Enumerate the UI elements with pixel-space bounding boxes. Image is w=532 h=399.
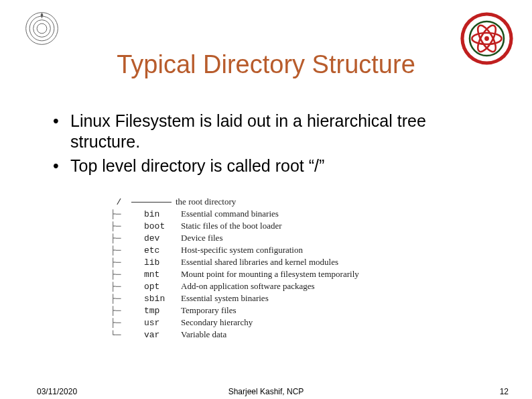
institution-logo bbox=[23, 10, 60, 47]
dir-desc: Secondary hierarchy bbox=[181, 317, 253, 328]
tree-row: ├─ usr Secondary hierarchy bbox=[111, 317, 359, 329]
bullet-item: Linux Filesystem is laid out in a hierar… bbox=[50, 111, 498, 153]
tree-root-connector bbox=[131, 202, 172, 203]
dir-desc: Host-specific system configuration bbox=[181, 245, 303, 255]
tree-row: └─ var Variable data bbox=[111, 329, 359, 341]
dir-desc: Essential system binaries bbox=[181, 293, 269, 304]
slide-title: Typical Directory Structure bbox=[0, 50, 532, 79]
footer-page-number: 12 bbox=[500, 387, 509, 396]
svg-point-10 bbox=[484, 36, 489, 41]
dir-name: bin bbox=[144, 209, 181, 219]
tree-row: ├─ boot Static files of the boot loader bbox=[111, 220, 359, 232]
tree-row: ├─ sbin Essential system binaries bbox=[111, 292, 359, 304]
dir-desc: Essential command binaries bbox=[181, 209, 279, 219]
tree-row: ├─ etc Host-specific system configuratio… bbox=[111, 244, 359, 256]
tree-row: ├─ tmp Temporary files bbox=[111, 304, 359, 317]
footer-author: Sharjeel Kashif, NCP bbox=[0, 387, 532, 396]
bullet-item: Top level directory is called root “/” bbox=[50, 156, 498, 176]
dir-name: dev bbox=[144, 233, 181, 243]
dir-desc: Mount point for mounting a filesystem te… bbox=[181, 269, 359, 280]
dir-desc: Add-on application software packages bbox=[181, 281, 315, 292]
tree-row: ├─ bin Essential command binaries bbox=[111, 208, 359, 220]
dir-name: var bbox=[144, 330, 181, 340]
dir-name: sbin bbox=[144, 294, 181, 304]
dir-desc: Variable data bbox=[181, 329, 226, 340]
tree-root-desc: the root directory bbox=[176, 196, 236, 207]
tree-root-symbol: / bbox=[111, 197, 127, 207]
dir-desc: Temporary files bbox=[181, 305, 236, 316]
tree-root-row: / the root directory bbox=[111, 196, 359, 208]
dir-name: tmp bbox=[144, 306, 181, 316]
dir-name: boot bbox=[144, 221, 181, 231]
dir-name: opt bbox=[144, 282, 181, 292]
dir-name: mnt bbox=[144, 270, 181, 280]
dir-desc: Static files of the boot loader bbox=[181, 221, 282, 231]
dir-desc: Essential shared libraries and kernel mo… bbox=[181, 257, 338, 268]
dir-name: usr bbox=[144, 318, 181, 328]
tree-row: ├─ opt Add-on application software packa… bbox=[111, 280, 359, 292]
svg-point-2 bbox=[34, 20, 51, 38]
bullet-list: Linux Filesystem is laid out in a hierar… bbox=[50, 111, 498, 179]
dir-name: lib bbox=[144, 258, 181, 268]
directory-tree: / the root directory ├─ bin Essential co… bbox=[111, 196, 359, 341]
tree-row: ├─ mnt Mount point for mounting a filesy… bbox=[111, 268, 359, 280]
dir-name: etc bbox=[144, 245, 181, 255]
svg-point-3 bbox=[37, 23, 47, 34]
tree-row: ├─ lib Essential shared libraries and ke… bbox=[111, 256, 359, 268]
tree-row: ├─ dev Device files bbox=[111, 232, 359, 244]
dir-desc: Device files bbox=[181, 233, 222, 243]
